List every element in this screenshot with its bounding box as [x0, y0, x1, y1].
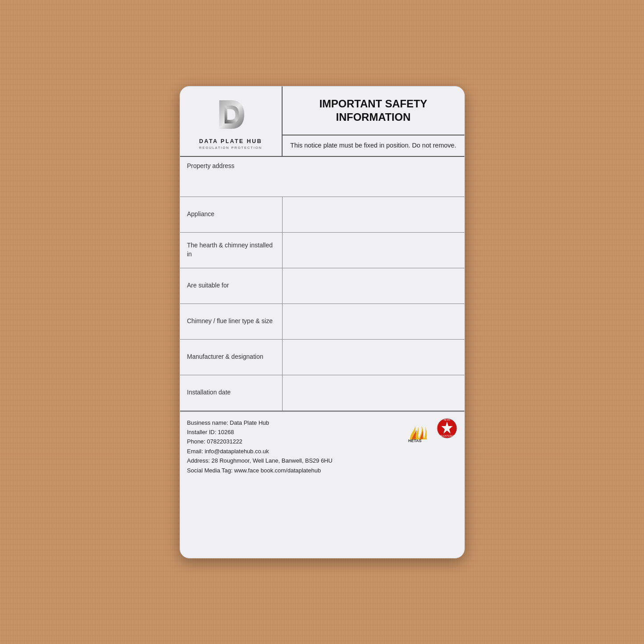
footer-business: Business name: Data Plate Hub [187, 418, 401, 427]
logo-icon [211, 94, 251, 135]
title-section: IMPORTANT SAFETYINFORMATION This notice … [283, 86, 464, 156]
installation-date-value [283, 375, 464, 410]
notice-text: This notice plate must be fixed in posit… [283, 135, 464, 156]
manufacturer-label: Manufacturer & designation [180, 340, 283, 375]
flue-liner-label: Chimney / flue liner type & size [180, 304, 283, 339]
hetas-registered-icon: REGISTERED HETAS [437, 418, 457, 439]
footer-address: Address: 28 Roughmoor, Well Lane, Banwel… [187, 456, 401, 465]
appliance-value [283, 197, 464, 232]
footer: Business name: Data Plate Hub Installer … [180, 411, 464, 482]
footer-social: Social Media Tag: www.face book.com/data… [187, 466, 401, 475]
svg-text:REGISTERED: REGISTERED [439, 435, 454, 437]
hearth-chimney-value [283, 233, 464, 268]
footer-email: Email: info@dataplatehub.co.uk [187, 447, 401, 456]
appliance-row: Appliance [180, 197, 464, 233]
important-title: IMPORTANT SAFETYINFORMATION [283, 86, 464, 136]
appliance-label: Appliance [180, 197, 283, 232]
suitable-for-value [283, 268, 464, 304]
footer-phone: Phone: 07822031222 [187, 437, 401, 446]
manufacturer-row: Manufacturer & designation [180, 340, 464, 375]
suitable-for-label: Are suitable for [180, 268, 283, 304]
hetas-logos: HETAS REGISTERED HETAS [406, 418, 457, 442]
hearth-chimney-row: The hearth & chimney installed in [180, 233, 464, 268]
property-address-row: Property address [180, 157, 464, 197]
brand-tagline: REGULATION PROTECTION [199, 146, 262, 150]
svg-text:HETAS: HETAS [408, 439, 422, 442]
property-address-label: Property address [187, 162, 235, 169]
manufacturer-value [283, 340, 464, 375]
brand-name: DATA PLATE HUB [199, 138, 262, 145]
flue-liner-value [283, 304, 464, 339]
footer-text: Business name: Data Plate Hub Installer … [187, 418, 401, 476]
flue-liner-row: Chimney / flue liner type & size [180, 304, 464, 340]
hetas-logo-icon: HETAS [406, 418, 435, 442]
hearth-chimney-label: The hearth & chimney installed in [180, 233, 283, 268]
important-title-text: IMPORTANT SAFETYINFORMATION [319, 97, 427, 124]
safety-card: DATA PLATE HUB REGULATION PROTECTION IMP… [180, 86, 465, 558]
installation-date-row: Installation date [180, 375, 464, 411]
header-row: DATA PLATE HUB REGULATION PROTECTION IMP… [180, 86, 464, 157]
suitable-for-row: Are suitable for [180, 268, 464, 304]
installation-date-label: Installation date [180, 375, 283, 410]
logo-section: DATA PLATE HUB REGULATION PROTECTION [180, 86, 283, 156]
svg-text:HETAS: HETAS [443, 419, 450, 421]
footer-installer-id: Installer ID: 10268 [187, 427, 401, 437]
